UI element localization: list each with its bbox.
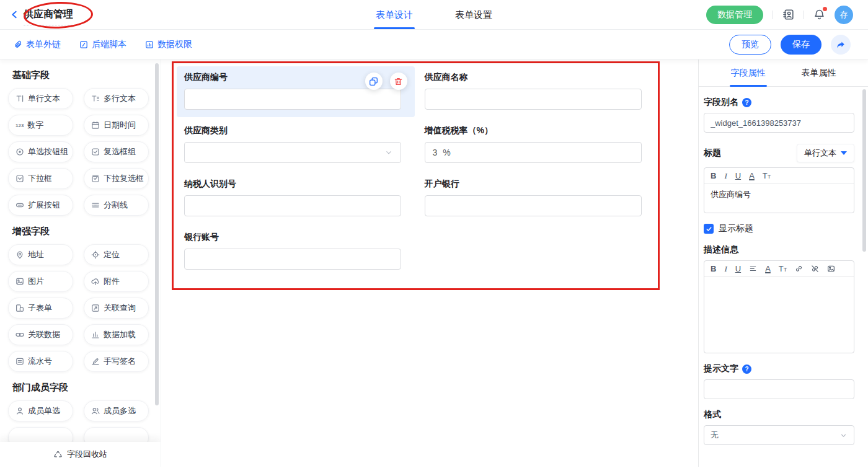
sidebar-item[interactable]: 关联数据 bbox=[8, 324, 73, 345]
data-manage-button[interactable]: 数据管理 bbox=[706, 6, 763, 24]
sidebar-item[interactable]: 多行文本 bbox=[84, 88, 149, 109]
title-editor-toolbar: BIUATT bbox=[704, 168, 854, 184]
field-input[interactable] bbox=[184, 89, 401, 110]
form-field[interactable]: 增值税税率（%）3% bbox=[417, 120, 655, 170]
form-field[interactable]: 供应商编号 bbox=[177, 66, 415, 117]
sidebar-item[interactable]: 复选框组 bbox=[84, 141, 149, 162]
underline-icon[interactable]: U bbox=[735, 172, 741, 180]
toolbar-link[interactable]: 后端脚本 bbox=[79, 39, 126, 50]
field-input[interactable]: 3% bbox=[425, 142, 642, 163]
font-color-icon[interactable]: A bbox=[765, 265, 771, 273]
font-color-icon[interactable]: A bbox=[749, 172, 755, 180]
tab-form-settings[interactable]: 表单设置 bbox=[455, 0, 492, 29]
sidebar-item[interactable]: 关联查询 bbox=[84, 298, 149, 319]
notification-bell-icon[interactable] bbox=[813, 9, 825, 20]
unlink-icon[interactable] bbox=[811, 265, 819, 273]
sidebar-item[interactable]: 123数字 bbox=[8, 115, 73, 136]
bold-icon[interactable]: B bbox=[711, 172, 716, 180]
widget-type-select[interactable]: 单行文本 bbox=[797, 144, 854, 162]
placeholder-label: 提示文字 bbox=[704, 363, 738, 374]
sidebar-item[interactable]: 分割线 bbox=[84, 195, 149, 216]
form-field[interactable]: 开户银行 bbox=[417, 173, 655, 224]
sidebar-item[interactable]: 流水号 bbox=[8, 351, 73, 372]
member-multi-icon bbox=[91, 407, 100, 415]
sidebar-item[interactable]: 定位 bbox=[84, 244, 149, 265]
address-book-icon[interactable] bbox=[782, 9, 794, 20]
field-input[interactable] bbox=[425, 195, 642, 216]
panel-scrollbar-thumb[interactable] bbox=[862, 89, 866, 252]
field-input[interactable] bbox=[425, 89, 642, 110]
italic-icon[interactable]: I bbox=[724, 265, 727, 273]
back-button[interactable] bbox=[10, 10, 19, 19]
form-field[interactable]: 供应商名称 bbox=[417, 66, 655, 117]
insert-image-icon[interactable] bbox=[827, 265, 835, 273]
check-icon bbox=[706, 226, 712, 232]
sidebar-item[interactable]: 日期时间 bbox=[84, 115, 149, 136]
sidebar-item[interactable]: 图片 bbox=[8, 271, 73, 292]
toolbar-link[interactable]: 表单外链 bbox=[14, 39, 61, 50]
field-input[interactable] bbox=[184, 249, 401, 270]
tab-field-properties[interactable]: 字段属性 bbox=[731, 60, 766, 86]
field-label: 银行账号 bbox=[184, 232, 407, 243]
format-select[interactable]: 无 bbox=[704, 425, 854, 445]
help-icon[interactable]: ? bbox=[742, 98, 751, 107]
sidebar-item-label: 单选按钮组 bbox=[28, 146, 68, 157]
sidebar-scrollbar-thumb[interactable] bbox=[155, 63, 159, 405]
sidebar-item[interactable]: 单选按钮组 bbox=[8, 141, 73, 162]
sidebar-item[interactable]: 成员单选 bbox=[8, 400, 73, 422]
hyperlink-icon[interactable] bbox=[795, 265, 803, 273]
form-field[interactable]: 银行账号 bbox=[177, 226, 415, 277]
save-button[interactable]: 保存 bbox=[781, 35, 822, 55]
font-size-icon[interactable]: TT bbox=[779, 265, 787, 273]
preview-button[interactable]: 预览 bbox=[729, 35, 771, 55]
tab-form-properties[interactable]: 表单属性 bbox=[802, 60, 836, 86]
alias-input[interactable] bbox=[704, 113, 854, 133]
bold-icon[interactable]: B bbox=[711, 265, 716, 273]
attachment-icon bbox=[91, 277, 100, 286]
description-label: 描述信息 bbox=[704, 244, 854, 255]
underline-icon[interactable]: U bbox=[735, 265, 741, 273]
form-field[interactable]: 供应商类别 bbox=[177, 120, 415, 170]
field-label: 开户银行 bbox=[425, 179, 648, 190]
copy-icon bbox=[369, 77, 378, 86]
sidebar-item[interactable]: 数据加载 bbox=[84, 324, 149, 345]
show-title-checkbox[interactable] bbox=[704, 224, 714, 234]
description-editor-content[interactable] bbox=[704, 277, 854, 353]
sidebar-item-label: 附件 bbox=[104, 276, 120, 287]
title-editor-content[interactable]: 供应商编号 bbox=[704, 184, 854, 213]
sidebar-item[interactable]: 下拉框 bbox=[8, 168, 73, 189]
sidebar-item[interactable]: 扩展按钮 bbox=[8, 195, 73, 216]
sidebar-item[interactable]: 成员多选 bbox=[84, 400, 149, 422]
field-select[interactable] bbox=[184, 142, 401, 163]
form-title[interactable]: 供应商管理 bbox=[24, 8, 73, 21]
sidebar-item[interactable]: 下拉复选框 bbox=[84, 168, 149, 189]
sidebar-item[interactable]: 手写签名 bbox=[84, 351, 149, 372]
toolbar-link[interactable]: 数据权限 bbox=[145, 39, 192, 50]
form-canvas: 供应商编号供应商名称供应商类别增值税税率（%）3%纳税人识别号开户银行银行账号 bbox=[161, 60, 698, 467]
properties-panel: 字段属性 表单属性 字段别名 ? 标题 单行文本 BIUATT bbox=[698, 60, 868, 467]
delete-field-button[interactable] bbox=[390, 73, 407, 90]
font-size-icon[interactable]: TT bbox=[763, 172, 771, 180]
sidebar-item[interactable]: 地址 bbox=[8, 244, 73, 265]
sidebar-item-label: 子表单 bbox=[28, 302, 52, 314]
sidebar-item[interactable]: 子表单 bbox=[8, 298, 73, 319]
user-avatar[interactable]: 存 bbox=[835, 6, 853, 24]
sidebar-item[interactable]: 附件 bbox=[84, 271, 149, 292]
field-input[interactable] bbox=[184, 195, 401, 216]
chevron-left-icon bbox=[10, 10, 19, 19]
field-recycle-bin[interactable]: 字段回收站 bbox=[0, 442, 161, 467]
sidebar-item[interactable]: 单行文本 bbox=[8, 88, 73, 109]
description-editor: BIUATT bbox=[704, 260, 854, 353]
italic-icon[interactable]: I bbox=[724, 172, 727, 180]
share-button[interactable] bbox=[831, 35, 851, 55]
tab-form-design[interactable]: 表单设计 bbox=[376, 0, 413, 29]
copy-field-button[interactable] bbox=[365, 73, 383, 90]
field-value: 3 bbox=[433, 148, 438, 157]
sidebar-pill-grid: 单行文本多行文本123数字日期时间单选按钮组复选框组下拉框下拉复选框扩展按钮分割… bbox=[8, 88, 161, 216]
chevron-down-icon bbox=[384, 148, 393, 157]
help-icon[interactable]: ? bbox=[742, 364, 751, 374]
placeholder-input[interactable] bbox=[704, 379, 854, 399]
form-field[interactable]: 纳税人识别号 bbox=[177, 173, 415, 224]
align-icon[interactable] bbox=[749, 265, 757, 273]
sidebar-pill-grid: 成员单选成员多选 bbox=[8, 400, 161, 448]
